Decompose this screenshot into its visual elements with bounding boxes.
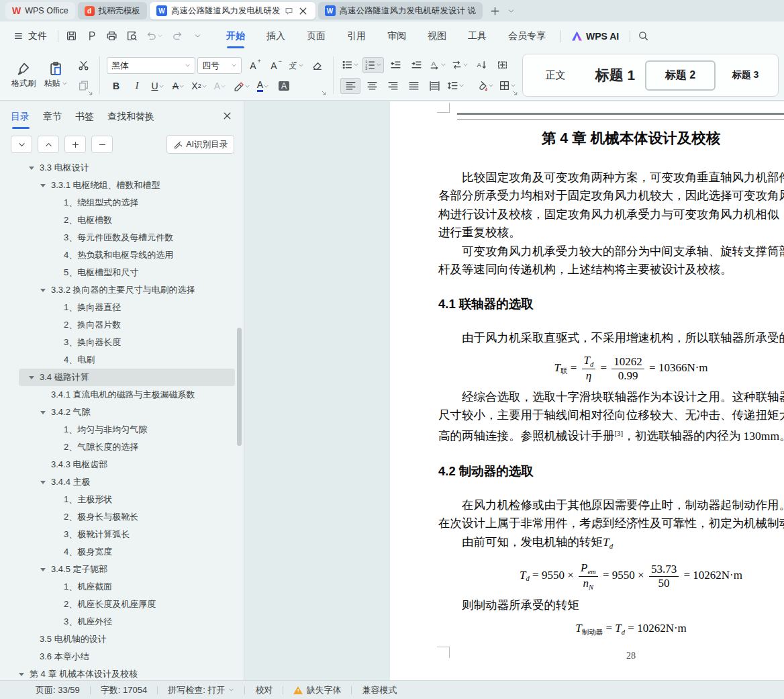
- status-item[interactable]: 页面: 33/59: [26, 684, 90, 696]
- toc-item[interactable]: 3.6 本章小结: [19, 648, 235, 665]
- tab-list-chevron-icon[interactable]: [507, 7, 515, 15]
- ribbon-tab-5[interactable]: 审阅: [377, 21, 417, 50]
- file-menu-button[interactable]: 文件: [7, 30, 54, 42]
- text-direction-button[interactable]: [428, 58, 448, 73]
- style-gallery-item[interactable]: 正文: [526, 64, 585, 87]
- toc-item[interactable]: 4、极身宽度: [19, 543, 235, 561]
- close-pane-button[interactable]: [222, 110, 233, 124]
- new-tab-plus-icon[interactable]: [489, 5, 501, 17]
- shading-button[interactable]: [475, 79, 495, 93]
- pane-tab-1[interactable]: 目录: [11, 111, 30, 129]
- toc-item[interactable]: 2、电枢槽数: [19, 212, 235, 229]
- save-button[interactable]: [62, 28, 80, 45]
- font-name-select[interactable]: 黑体: [107, 57, 195, 74]
- underline-button[interactable]: U: [148, 79, 167, 93]
- toc-item[interactable]: 3.4.3 电枢齿部: [19, 456, 235, 473]
- window-tab[interactable]: WWPS Office: [5, 2, 75, 19]
- cut-button[interactable]: [74, 58, 93, 73]
- chinese-layout-button[interactable]: [450, 58, 470, 73]
- ribbon-tab-2[interactable]: 插入: [256, 21, 296, 50]
- redo-button[interactable]: [168, 28, 186, 45]
- toc-item[interactable]: 1、均匀与非均匀气隙: [19, 421, 235, 438]
- toc-item[interactable]: 3、每元件匝数及每槽元件数: [19, 229, 235, 246]
- ribbon-tab-8[interactable]: 会员专享: [497, 21, 556, 50]
- toc-item[interactable]: 3.4.1 直流电机的磁路与主极漏磁系数: [19, 386, 235, 404]
- style-gallery-item[interactable]: 标题 2: [645, 60, 716, 91]
- toc-item[interactable]: 1、主极形状: [19, 491, 235, 508]
- font-group-expand-icon[interactable]: [321, 90, 327, 96]
- toc-item[interactable]: 2、极身长与极靴长: [19, 508, 235, 526]
- status-item[interactable]: 缺失字体: [283, 684, 351, 696]
- sort-button[interactable]: [472, 58, 491, 73]
- toc-item[interactable]: 3.3 电枢设计: [19, 159, 235, 177]
- comment-icon[interactable]: [285, 7, 293, 15]
- expand-button[interactable]: [38, 136, 59, 153]
- toc-item[interactable]: 3.4.5 定子轭部: [19, 561, 235, 578]
- toc-item[interactable]: 3.3.2 换向器的主要尺寸与电刷的选择: [19, 281, 235, 299]
- expand-triangle-icon[interactable]: [40, 411, 46, 414]
- increase-font-button[interactable]: A+: [244, 58, 262, 73]
- align-right-button[interactable]: [383, 79, 402, 93]
- window-tab[interactable]: W高速公路隧道风力发电机研发: [150, 2, 315, 19]
- ribbon-tab-6[interactable]: 视图: [417, 21, 457, 50]
- expand-triangle-icon[interactable]: [29, 376, 34, 379]
- print-preview-button[interactable]: [123, 28, 140, 45]
- distribute-button[interactable]: [425, 79, 444, 93]
- wps-ai-button[interactable]: WPS AI: [565, 31, 626, 42]
- toc-item[interactable]: 2、换向器片数: [19, 316, 235, 334]
- expand-triangle-icon[interactable]: [29, 167, 34, 170]
- ribbon-tab-3[interactable]: 页面: [296, 21, 336, 50]
- decrease-indent-button[interactable]: [386, 58, 405, 73]
- toc-item[interactable]: 1、绕组型式的选择: [19, 194, 235, 212]
- pane-tab-3[interactable]: 书签: [75, 111, 94, 129]
- italic-button[interactable]: I: [128, 79, 146, 93]
- status-item[interactable]: 校对: [245, 684, 283, 696]
- format-painter-button[interactable]: 格式刷: [8, 54, 39, 96]
- font-color-button[interactable]: A: [254, 79, 273, 93]
- search-button[interactable]: [634, 28, 652, 45]
- toc-item[interactable]: 3.4.2 气隙: [19, 404, 235, 421]
- toc-item[interactable]: 3.4 磁路计算: [19, 369, 235, 386]
- export-pdf-button[interactable]: [83, 28, 100, 45]
- toc-item[interactable]: 1、换向器直径: [19, 299, 235, 316]
- expand-triangle-icon[interactable]: [40, 568, 46, 571]
- numbered-list-button[interactable]: [362, 57, 384, 73]
- phonetic-guide-button[interactable]: [285, 58, 305, 73]
- expand-triangle-icon[interactable]: [19, 673, 24, 676]
- toc-item[interactable]: 3、极靴计算弧长: [19, 526, 235, 543]
- toc-item[interactable]: 5、电枢槽型和尺寸: [19, 264, 235, 281]
- align-center-button[interactable]: [362, 79, 381, 93]
- toc-item[interactable]: 3.3.1 电枢绕组、槽数和槽型: [19, 177, 235, 194]
- collapse-button[interactable]: [11, 136, 32, 153]
- highlight-button[interactable]: [232, 79, 252, 93]
- ribbon-tab-4[interactable]: 引用: [336, 21, 377, 50]
- expand-triangle-icon[interactable]: [40, 289, 46, 292]
- status-item[interactable]: 兼容模式: [352, 684, 407, 696]
- align-left-button[interactable]: [340, 78, 360, 94]
- line-spacing-button[interactable]: [446, 79, 466, 93]
- toc-item[interactable]: 3.5 电机轴的设计: [19, 631, 235, 648]
- print-button[interactable]: [103, 28, 120, 45]
- status-item[interactable]: 拼写检查: 打开: [158, 684, 244, 696]
- undo-button[interactable]: [143, 28, 166, 45]
- toc-item[interactable]: 3.4.4 主极: [19, 473, 235, 491]
- bullet-list-button[interactable]: [340, 58, 360, 73]
- customize-quick-access-button[interactable]: [189, 28, 206, 45]
- superscript-button[interactable]: X2: [190, 79, 209, 93]
- paragraph-group-expand-icon[interactable]: [512, 90, 518, 96]
- toc-item[interactable]: 2、机座长度及机座厚度: [19, 596, 235, 613]
- ai-recognize-toc-button[interactable]: AI识别目录: [166, 135, 234, 154]
- ribbon-tab-7[interactable]: 工具: [457, 21, 497, 50]
- toc-item[interactable]: 4、电刷: [19, 351, 235, 369]
- pane-tab-4[interactable]: 查找和替换: [107, 111, 154, 129]
- window-tab[interactable]: W高速公路隧道风力发电机研发设计 说: [318, 2, 483, 19]
- clipboard-group-expand-icon[interactable]: [87, 90, 93, 96]
- toc-item[interactable]: 4、热负载和电枢导线的选用: [19, 246, 235, 264]
- ribbon-tab-1[interactable]: 开始: [215, 21, 256, 50]
- clear-format-button[interactable]: [307, 58, 326, 73]
- font-size-select[interactable]: 四号: [197, 57, 242, 74]
- toc-item[interactable]: 1、机座截面: [19, 578, 235, 596]
- toc-item[interactable]: 2、气隙长度的选择: [19, 438, 235, 456]
- bold-button[interactable]: B: [107, 79, 126, 93]
- decrease-font-button[interactable]: A−: [264, 58, 283, 73]
